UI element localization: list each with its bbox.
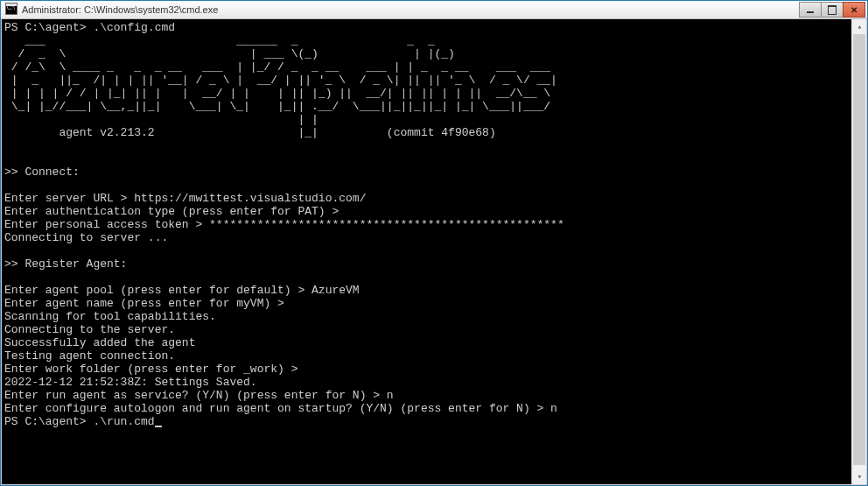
enter-pat-token: Enter personal access token > **********… — [4, 218, 564, 231]
work-folder-line: Enter work folder (press enter for _work… — [4, 363, 298, 376]
register-agent-header: >> Register Agent: — [4, 257, 127, 271]
scroll-track[interactable] — [852, 34, 866, 469]
prompt-line-2: PS C:\agent> .\run.cmd — [4, 415, 155, 428]
client-area: PS C:\agent> .\config.cmd ___ ______ _ _… — [1, 19, 867, 485]
cmd-window: C:\ Administrator: C:\Windows\system32\c… — [0, 0, 868, 486]
maximize-button[interactable] — [821, 2, 844, 18]
enter-agent-name: Enter agent name (press enter for myVM) … — [4, 297, 284, 310]
scroll-up-arrow-icon[interactable]: ▴ — [852, 19, 867, 34]
scroll-down-arrow-icon[interactable]: ▾ — [852, 469, 867, 484]
window-title: Administrator: C:\Windows\system32\cmd.e… — [22, 4, 800, 15]
cmd-icon: C:\ — [4, 3, 18, 17]
scanning-line: Scanning for tool capabilities. — [4, 310, 216, 323]
cursor-caret — [155, 426, 162, 427]
settings-saved-line: 2022-12-12 21:52:38Z: Settings Saved. — [4, 376, 257, 389]
autologon-line: Enter configure autologon and run agent … — [4, 402, 557, 415]
prompt-line-1: PS C:\agent> .\config.cmd — [4, 21, 175, 34]
connect-header: >> Connect: — [4, 166, 80, 179]
connecting-server-line: Connecting to the server. — [4, 323, 175, 336]
enter-agent-pool: Enter agent pool (press enter for defaul… — [4, 284, 360, 297]
testing-connection-line: Testing agent connection. — [4, 349, 175, 363]
titlebar[interactable]: C:\ Administrator: C:\Windows\system32\c… — [1, 1, 867, 19]
connecting-line: Connecting to server ... — [4, 231, 168, 244]
terminal-output[interactable]: PS C:\agent> .\config.cmd ___ ______ _ _… — [2, 19, 851, 484]
added-agent-line: Successfully added the agent — [4, 336, 195, 349]
window-buttons — [800, 2, 865, 18]
close-button[interactable] — [843, 2, 865, 18]
minimize-button[interactable] — [799, 2, 822, 18]
enter-auth-type: Enter authentication type (press enter f… — [4, 205, 339, 218]
scroll-thumb[interactable] — [853, 34, 865, 465]
ascii-art-logo: ___ ______ _ _ _ / _ \ | ___ \(_) | |(_)… — [4, 34, 557, 139]
vertical-scrollbar[interactable]: ▴ ▾ — [851, 19, 866, 484]
enter-server-url: Enter server URL > https://mwittest.visu… — [4, 192, 366, 205]
run-as-service-line: Enter run agent as service? (Y/N) (press… — [4, 389, 394, 402]
